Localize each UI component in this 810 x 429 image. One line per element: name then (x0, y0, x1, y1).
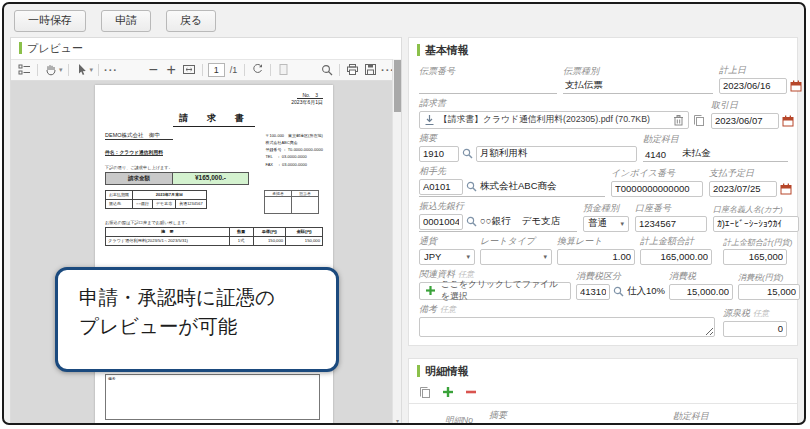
thumbnails-icon[interactable] (17, 62, 32, 77)
chevron-down-icon: ▾ (620, 220, 624, 228)
tax-jpy-input[interactable] (738, 284, 800, 300)
rate-type-select[interactable]: ▾ (480, 249, 552, 265)
total-amount-jpy-label: 計上金額合計(円貨) (723, 237, 787, 248)
divider (202, 64, 203, 76)
tax-class-code-input[interactable] (576, 284, 610, 300)
item-qty: 1式 (229, 236, 253, 245)
total-amount-jpy-input[interactable] (723, 249, 787, 265)
calendar-icon[interactable] (790, 80, 802, 92)
sender-fax: FAX ： 03-0000-0000 (265, 161, 323, 168)
tax-jpy-label: 消費税(円貨) (738, 272, 800, 283)
divider (37, 64, 38, 76)
doc-meta: No. 3 2023年6月1日 (105, 92, 323, 105)
total-amount-input[interactable] (640, 249, 712, 265)
lookup-icon[interactable] (462, 148, 473, 159)
currency-select[interactable]: JPY ▾ (419, 249, 475, 265)
back-button[interactable]: 戻る (166, 10, 216, 32)
currency-value: JPY (424, 251, 441, 262)
counterparty-label: 相手先 (419, 165, 605, 178)
due-label: お支払期限 (106, 190, 133, 199)
basic-info-section: 基本情報 伝票番号 伝票種別 支払伝票 計上日 (408, 37, 798, 346)
copy-icon[interactable] (693, 114, 705, 126)
chevron-down-icon: ▾ (466, 253, 470, 261)
line-no-label: 明細No (445, 415, 473, 425)
select-tool-icon[interactable] (74, 62, 89, 77)
pdf-viewport: No. 3 2023年6月1日 請 求 書 DEMO株式会社 御中 件名：クラウ… (11, 81, 401, 424)
trash-icon[interactable] (673, 114, 684, 126)
remove-row-icon[interactable] (465, 386, 477, 398)
voucher-no-label: 伝票番号 (419, 65, 557, 78)
copy-row-icon[interactable] (419, 386, 431, 398)
detail-info-title: 明細情報 (425, 364, 469, 379)
invoice-number-input[interactable] (611, 181, 703, 197)
account-title-code: 4140 (645, 149, 666, 160)
bank-branch: デモ支店 (152, 199, 175, 208)
zoom-in-icon[interactable]: + (164, 62, 179, 77)
line-summary-name-input[interactable] (544, 423, 667, 425)
divider (244, 64, 245, 76)
withholding-tax-input[interactable] (723, 321, 787, 337)
hand-tool-caret-icon[interactable]: ▾ (59, 66, 63, 74)
lookup-icon[interactable] (466, 216, 477, 227)
exchange-rate-input[interactable] (557, 249, 635, 265)
action-bar: 一時保存 申請 戻る (4, 4, 804, 37)
lookup-icon[interactable] (466, 181, 477, 192)
fit-width-icon[interactable] (182, 62, 197, 77)
divider (68, 64, 69, 76)
tools-more-icon[interactable]: ··· (104, 64, 118, 76)
file-select-button[interactable]: ここをクリックしてファイルを選択 (419, 282, 571, 300)
counterparty-name: 株式会社ABC商会 (480, 180, 557, 194)
due-value: 2023年7月末日 (133, 190, 207, 199)
payment-due-input[interactable] (709, 181, 777, 197)
add-row-icon[interactable] (442, 386, 454, 398)
line-summary-code-input[interactable] (489, 423, 527, 425)
line-account-name: 通信費 (712, 424, 741, 425)
summary-code-input[interactable] (419, 146, 459, 162)
deposit-type-select[interactable]: 普通 ▾ (583, 216, 629, 232)
remarks-textarea[interactable] (419, 317, 715, 337)
preview-scrollbar[interactable]: ▾ (392, 59, 401, 424)
payee-bank-code-input[interactable] (419, 214, 463, 230)
exchange-rate-label: 換算レート (557, 235, 635, 248)
basic-info-title: 基本情報 (425, 43, 469, 58)
apply-button[interactable]: 申請 (101, 10, 151, 32)
summary-name-input[interactable] (476, 146, 637, 162)
account-title-value: 4140 未払金 (643, 147, 788, 162)
calendar-icon[interactable] (782, 115, 794, 127)
invoice-note-line: お振込の際は下記口座までお願い致します。 (105, 220, 323, 225)
rotate-icon[interactable] (250, 62, 265, 77)
search-icon[interactable] (319, 62, 334, 77)
invoice-stamp-table: 承認者担当者 (264, 190, 319, 214)
calendar-icon[interactable] (780, 183, 792, 195)
account-holder-input[interactable] (713, 216, 799, 232)
page-number-input[interactable] (208, 63, 225, 77)
transaction-date-input[interactable] (711, 113, 779, 129)
lookup-icon[interactable] (613, 286, 624, 297)
chevron-down-icon: ▾ (543, 253, 547, 261)
file-download-icon[interactable] (424, 114, 435, 126)
total-amount-label: 計上金額合計 (640, 235, 712, 248)
zoom-out-icon[interactable]: − (146, 62, 161, 77)
basic-info-header: 基本情報 (409, 38, 797, 61)
temp-save-button[interactable]: 一時保存 (14, 10, 86, 32)
stamp-cell (292, 196, 319, 213)
payment-due-label: 支払予定日 (709, 167, 795, 180)
select-tool-caret-icon[interactable]: ▾ (90, 66, 94, 74)
divider (339, 64, 340, 76)
scrollbar-down-arrow[interactable]: ▾ (393, 417, 402, 424)
invoice-file-name[interactable]: 【請求書】クラウド通信利用料(202305).pdf (70.7KB) (439, 114, 669, 126)
line-account-label: 勘定科目 (673, 410, 793, 423)
tax-input[interactable] (669, 284, 733, 300)
invoice-addressee: DEMO株式会社 御中 (105, 132, 173, 140)
hand-tool-icon[interactable] (43, 62, 58, 77)
posting-date-input[interactable] (719, 78, 787, 94)
account-number-input[interactable] (635, 216, 707, 232)
extract-page-icon[interactable] (276, 62, 291, 77)
doc-date: 2023年6月1日 (291, 99, 323, 105)
scrollbar-thumb[interactable] (394, 60, 401, 112)
summary-label: 摘要 (419, 132, 637, 145)
download-icon[interactable] (363, 62, 378, 77)
counterparty-code-input[interactable] (419, 179, 463, 195)
callout-line2: プレビューが可能 (79, 312, 336, 341)
print-icon[interactable] (345, 62, 360, 77)
